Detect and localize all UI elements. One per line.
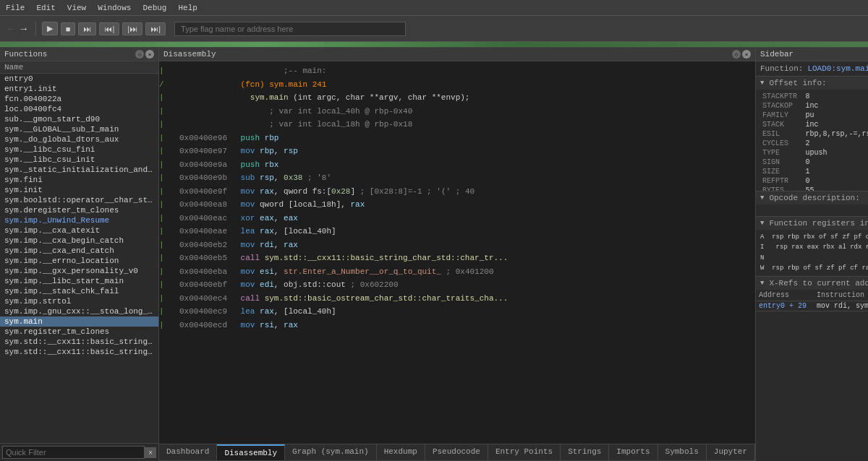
dis-code: lea rax, [local_40h] — [233, 306, 755, 318]
quick-filter-clear[interactable]: × — [145, 447, 156, 458]
func-item[interactable]: sym.register_tm_clones — [0, 327, 158, 337]
panel-minimize[interactable]: ○ — [135, 50, 144, 59]
dis-code: ; var int local_18h @ rbp-0x18 — [233, 119, 755, 131]
func-item[interactable]: sym._static_initialization_and_destructi… — [0, 165, 158, 175]
tab-strings[interactable]: Strings — [561, 444, 609, 460]
xrefs-col-instruction: Instruction — [817, 291, 868, 299]
tab-symbols[interactable]: Symbols — [658, 444, 707, 460]
func-item[interactable]: sym.std::__cxx11::basic_string_char_std:… — [0, 347, 158, 357]
sidebar-funcreg-header[interactable]: ▼ Function registers info: — [756, 217, 868, 230]
menu-file[interactable]: File — [0, 2, 30, 14]
dis-code: xor eax, eax — [233, 212, 755, 225]
func-item[interactable]: fcn.0040022a — [0, 94, 158, 104]
table-row: ESILrbp,8,rsp,-=,rsp,[8] — [760, 129, 868, 139]
end-button[interactable]: |⏭ — [122, 22, 142, 35]
func-item[interactable]: sym.imp.__cxa_begin_catch — [0, 236, 158, 246]
tab-graph[interactable]: Graph (sym.main) — [285, 444, 377, 460]
func-item[interactable]: sym.imp.__libc_start_main — [0, 276, 158, 286]
func-item[interactable]: sym.imp._Unwind_Resume — [0, 215, 158, 225]
dis-marker: | — [159, 225, 168, 238]
func-item[interactable]: sym.__libc_csu_init — [0, 155, 158, 165]
tab-hexdump[interactable]: Hexdump — [377, 444, 425, 460]
tab-pseudocode[interactable]: Pseudocode — [425, 444, 488, 460]
dis-addr: 0x00400eb5 — [168, 252, 233, 264]
funcreg-i-row: I rsp rax eax rbx al rdx r8 r15 r14 r13 … — [760, 242, 868, 252]
functions-list[interactable]: entry0 entry1.init fcn.0040022a loc.0040… — [0, 74, 158, 443]
func-item[interactable]: loc.00400fc4 — [0, 104, 158, 114]
tab-jupyter[interactable]: Jupyter — [707, 444, 755, 460]
func-item[interactable]: sym._do_global_dtors_aux — [0, 134, 158, 145]
dis-code: ; var int local_40h @ rbp-0x40 — [233, 105, 755, 118]
menu-view[interactable]: View — [61, 2, 92, 14]
func-item[interactable]: sym.std::__cxx11::basic_string_char_std:… — [0, 337, 158, 347]
func-item[interactable]: sym.imp.__gxx_personality_v0 — [0, 266, 158, 276]
panel-close[interactable]: × — [145, 50, 154, 59]
dis-code: push rbp — [233, 132, 755, 145]
back-button[interactable]: ← — [4, 22, 16, 36]
funcreg-n-row: N — [760, 253, 868, 263]
xrefs-addr: entry0 + 29 — [759, 302, 817, 310]
dis-minimize[interactable]: ○ — [732, 50, 741, 59]
func-item[interactable]: sub.__gmon_start_d90 — [0, 114, 158, 124]
key: STACKOP — [760, 101, 803, 111]
dis-close[interactable]: × — [742, 50, 751, 59]
dis-line: | 0x00400eae lea rax, [local_40h] — [159, 225, 755, 238]
func-item[interactable]: sym.imp.__cxa_end_catch — [0, 246, 158, 256]
sidebar-opcode-header[interactable]: ▼ Opcode description: — [756, 191, 868, 204]
func-item[interactable]: sym.imp.__stack_chk_fail — [0, 286, 158, 296]
key: REFPTR — [760, 176, 803, 186]
dis-marker: | — [159, 186, 168, 198]
val: 55 — [803, 186, 868, 191]
offset-table: STACKPTR8 STACKOPinc FAMILYpu STACKinc E… — [760, 92, 868, 191]
sidebar-offset-content: STACKPTR8 STACKOPinc FAMILYpu STACKinc E… — [756, 90, 868, 191]
toolbar-separator — [35, 22, 36, 36]
debug-step-button[interactable]: ⏮| — [99, 22, 119, 35]
xrefs-title: X-Refs to current address: — [769, 279, 868, 288]
xrefs-row[interactable]: entry0 + 29 mov rdi, sym.main — [756, 301, 868, 311]
tab-entry-points[interactable]: Entry Points — [488, 444, 561, 460]
dis-marker: | — [159, 252, 168, 264]
func-item[interactable]: sym.__libc_csu_fini — [0, 145, 158, 155]
val: 0 — [803, 176, 868, 186]
tab-imports[interactable]: Imports — [609, 444, 658, 460]
dis-addr: 0x00400e9a — [168, 159, 233, 171]
menu-windows[interactable]: Windows — [92, 2, 137, 14]
disassembly-content[interactable]: | ;-- main: / (fcn) sym.main 241 | sym.m… — [159, 61, 755, 444]
stop-button[interactable]: ■ — [61, 22, 76, 35]
xrefs-col-address: Address — [759, 291, 817, 299]
func-item[interactable]: sym.imp.__errno_location — [0, 256, 158, 266]
play-button[interactable]: ▶ — [42, 22, 58, 35]
dis-panel-controls: ○ × — [732, 50, 751, 59]
func-item[interactable]: entry0 — [0, 74, 158, 84]
dis-marker: | — [159, 306, 168, 318]
func-item[interactable]: sym.deregister_tm_clones — [0, 205, 158, 215]
menu-debug[interactable]: Debug — [137, 2, 172, 14]
func-item[interactable]: entry1.init — [0, 84, 158, 94]
forward-button[interactable]: → — [17, 22, 29, 36]
sidebar-offset-header[interactable]: ▼ Offset info: — [756, 77, 868, 90]
func-item[interactable]: sym.imp.__cxa_atexit — [0, 225, 158, 236]
quick-filter-input[interactable] — [2, 446, 145, 459]
address-search[interactable] — [174, 22, 406, 36]
step-button[interactable]: ⏭ — [78, 22, 96, 35]
tab-disassembly[interactable]: Disassembly — [217, 444, 285, 460]
func-item[interactable]: sym.fini — [0, 175, 158, 185]
dis-addr: 0x00400e97 — [168, 145, 233, 158]
functions-panel-header: Functions ○ × — [0, 48, 158, 61]
opcode-title: Opcode description: — [769, 194, 859, 202]
menu-help[interactable]: Help — [172, 2, 203, 14]
tab-dashboard[interactable]: Dashboard — [159, 444, 217, 460]
dis-line: | 0x00400e97 mov rbp, rsp — [159, 145, 755, 158]
func-item[interactable]: sym.__GLOBAL__sub_I_main — [0, 124, 158, 134]
dis-addr: 0x00400eba — [168, 266, 233, 278]
dis-marker: | — [159, 279, 168, 291]
disassembly-title: Disassembly — [163, 50, 216, 59]
sidebar-xrefs-header[interactable]: ▼ X-Refs to current address: — [756, 277, 868, 290]
func-item-main[interactable]: sym.main — [0, 316, 158, 327]
func-item[interactable]: sym.imp.strtol — [0, 296, 158, 306]
last-button[interactable]: ⏭| — [145, 22, 166, 35]
func-item[interactable]: sym.init — [0, 185, 158, 195]
menu-edit[interactable]: Edit — [30, 2, 61, 14]
func-item[interactable]: sym.boolstd::operator__char_std::char_tr… — [0, 195, 158, 205]
func-item[interactable]: sym.imp._gnu_cxx::__stoa_long_int_char_i… — [0, 306, 158, 316]
